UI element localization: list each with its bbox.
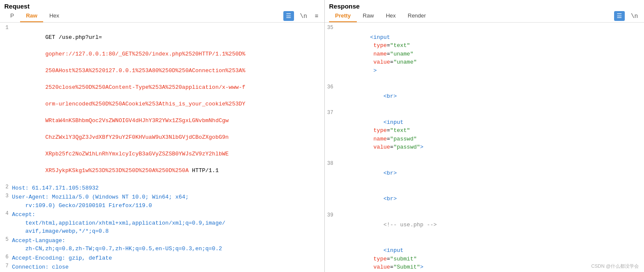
response-tab-bar: Pretty Raw Hex Render ☰ \n	[325, 10, 644, 23]
request-content: 1 GET /use.php?url= gopher://127.0.0.1:8…	[0, 23, 324, 272]
table-row: 4 Accept: text/html,application/xhtml+xm…	[0, 210, 324, 236]
table-row: 3 User-Agent: Mozilla/5.0 (Windows NT 10…	[0, 193, 324, 210]
table-row: 2 Host: 61.147.171.105:58932	[0, 184, 324, 193]
table-row: 38 <br>	[325, 160, 644, 186]
request-tab-raw[interactable]: Raw	[20, 10, 44, 22]
response-tab-hex[interactable]: Hex	[380, 10, 402, 22]
table-row: <br>	[325, 186, 644, 212]
table-row: 39 <!-- use.php -->	[325, 212, 644, 238]
response-content: 35 <input type="text" name="uname" value…	[325, 23, 644, 272]
newline-icon[interactable]: \n	[298, 12, 309, 20]
response-newline-icon[interactable]: \n	[629, 12, 640, 20]
table-row: 6 Accept-Encoding: gzip, deflate	[0, 254, 324, 263]
response-tab-raw[interactable]: Raw	[357, 10, 380, 22]
table-row: 5 Accept-Language: zh-CN,zh;q=0.8,zh-TW;…	[0, 236, 324, 254]
table-row: 35 <input type="text" name="uname" value…	[325, 24, 644, 84]
response-title: Response	[325, 0, 644, 10]
request-tab-bar: P Raw Hex ☰ \n ≡	[0, 10, 324, 23]
table-row: 36 <br>	[325, 84, 644, 110]
response-panel: Response Pretty Raw Hex Render ☰ \n 35 <…	[325, 0, 644, 272]
copy-icon[interactable]: ☰	[283, 11, 294, 21]
menu-icon[interactable]: ≡	[313, 12, 320, 20]
response-tab-render[interactable]: Render	[402, 10, 432, 22]
request-panel: Request P Raw Hex ☰ \n ≡ 1 GET /use.php?…	[0, 0, 325, 272]
table-row: 1 GET /use.php?url= gopher://127.0.0.1:8…	[0, 24, 324, 184]
response-tab-pretty[interactable]: Pretty	[329, 10, 357, 22]
request-tab-p[interactable]: P	[4, 10, 20, 22]
request-title: Request	[0, 0, 324, 10]
response-copy-icon[interactable]: ☰	[614, 11, 625, 21]
table-row: 7 Connection: close	[0, 263, 324, 272]
watermark: CSDN @什么都没学会	[591, 263, 639, 269]
table-row: 37 <input type="text" name="passwd" valu…	[325, 109, 644, 160]
request-tab-hex[interactable]: Hex	[43, 10, 65, 22]
